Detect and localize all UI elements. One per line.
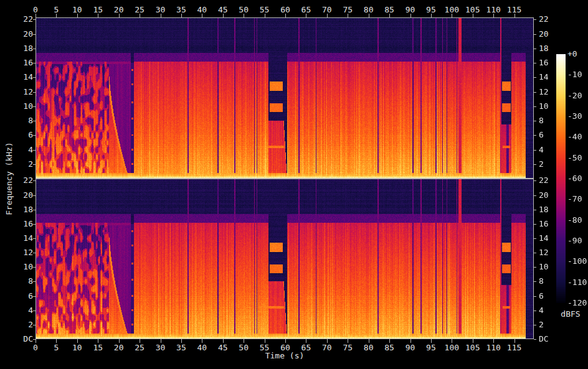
freq-tick-mark xyxy=(33,325,36,325)
freq-tick-mark xyxy=(534,135,536,136)
freq-tick-mark xyxy=(534,106,536,107)
x-axis-label: Time (s) xyxy=(265,351,305,360)
time-tick-mark xyxy=(98,339,98,343)
freq-tick-label: 22 xyxy=(539,176,564,184)
time-tick-mark xyxy=(389,14,390,17)
time-tick-mark xyxy=(119,14,120,17)
freq-tick-label: 4 xyxy=(539,306,564,314)
spectrogram-channel-1 xyxy=(36,17,534,179)
freq-tick-label: 10 xyxy=(11,102,33,110)
freq-tick-label: 4 xyxy=(11,306,33,314)
freq-tick-label: DC xyxy=(11,335,33,343)
freq-tick-mark xyxy=(534,195,536,196)
freq-tick-mark xyxy=(33,281,36,282)
freq-tick-mark xyxy=(534,92,536,93)
time-tick-mark xyxy=(369,339,369,343)
freq-tick-mark xyxy=(33,92,36,93)
freq-tick-label: 12 xyxy=(539,248,564,256)
freq-tick-label: 18 xyxy=(11,205,33,213)
time-tick-label: 115 xyxy=(502,343,527,352)
freq-tick-label: 18 xyxy=(539,44,564,52)
time-tick-mark xyxy=(285,14,286,17)
freq-tick-label: 2 xyxy=(539,160,564,168)
time-tick-mark xyxy=(98,14,98,17)
freq-tick-mark xyxy=(33,150,36,151)
freq-tick-label: 14 xyxy=(539,73,564,81)
time-tick-mark xyxy=(140,14,140,17)
freq-tick-mark xyxy=(33,267,36,268)
freq-tick-mark xyxy=(534,281,536,282)
freq-tick-mark xyxy=(33,77,36,78)
freq-tick-label: 10 xyxy=(539,102,564,110)
freq-tick-label: 22 xyxy=(539,15,564,23)
spectrogram-channel-2 xyxy=(36,179,534,339)
freq-tick-mark xyxy=(534,267,536,268)
freq-tick-label: 6 xyxy=(11,131,33,139)
freq-tick-mark xyxy=(33,296,36,297)
time-tick-mark xyxy=(36,339,36,343)
freq-tick-mark xyxy=(33,49,36,49)
freq-tick-label: 2 xyxy=(11,160,33,168)
freq-tick-label: 2 xyxy=(11,320,33,329)
freq-tick-mark xyxy=(534,339,536,340)
freq-tick-label: 6 xyxy=(539,292,564,300)
freq-tick-mark xyxy=(33,224,36,225)
freq-tick-label: 20 xyxy=(11,191,33,199)
time-tick-mark xyxy=(410,14,411,17)
time-tick-mark xyxy=(56,339,57,343)
freq-tick-mark xyxy=(534,210,536,210)
time-tick-mark xyxy=(493,14,494,17)
time-tick-mark xyxy=(369,14,369,17)
freq-tick-label: 14 xyxy=(11,234,33,242)
time-tick-mark xyxy=(389,339,390,343)
freq-tick-label: 18 xyxy=(539,205,564,213)
freq-tick-label: 16 xyxy=(539,58,564,67)
time-tick-mark xyxy=(473,14,473,17)
freq-tick-mark xyxy=(534,325,536,325)
time-tick-mark xyxy=(514,339,515,343)
time-tick-mark xyxy=(161,339,161,343)
time-tick-mark xyxy=(140,339,140,343)
freq-tick-label: 8 xyxy=(539,116,564,124)
freq-tick-mark xyxy=(534,19,536,20)
time-tick-mark xyxy=(431,14,432,17)
freq-tick-mark xyxy=(33,19,36,20)
freq-tick-label: 10 xyxy=(11,263,33,271)
freq-tick-mark xyxy=(534,150,536,151)
freq-tick-mark xyxy=(534,311,536,311)
spectrogram-figure: Frequency (kHz) Time (s) dBFS 0055101015… xyxy=(0,0,588,369)
time-tick-mark xyxy=(181,14,182,17)
time-tick-mark xyxy=(223,14,224,17)
time-tick-mark xyxy=(202,14,202,17)
freq-tick-label: 18 xyxy=(11,44,33,52)
time-tick-mark xyxy=(493,339,494,343)
freq-tick-mark xyxy=(534,49,536,49)
freq-tick-label: DC xyxy=(539,335,564,343)
freq-tick-mark xyxy=(33,195,36,196)
time-tick-mark xyxy=(265,339,265,343)
freq-tick-mark xyxy=(33,34,36,35)
freq-tick-mark xyxy=(33,135,36,136)
freq-tick-label: 6 xyxy=(539,131,564,139)
time-tick-mark xyxy=(56,14,57,17)
colorbar-tick-label: -70 xyxy=(567,195,582,203)
freq-tick-label: 6 xyxy=(11,292,33,300)
freq-tick-label: 8 xyxy=(11,116,33,124)
time-tick-mark xyxy=(202,339,202,343)
freq-tick-label: 8 xyxy=(539,277,564,285)
time-tick-mark xyxy=(306,339,306,343)
freq-tick-label: 14 xyxy=(539,234,564,242)
time-tick-mark xyxy=(452,339,452,343)
freq-tick-mark xyxy=(33,180,36,181)
freq-tick-mark xyxy=(534,164,536,165)
freq-tick-label: 20 xyxy=(539,30,564,38)
time-tick-mark xyxy=(119,339,120,343)
time-tick-mark xyxy=(327,14,328,17)
freq-tick-mark xyxy=(534,253,536,253)
freq-tick-mark xyxy=(534,238,536,239)
freq-tick-mark xyxy=(33,164,36,165)
colorbar-tick-label: -10 xyxy=(567,70,582,78)
freq-tick-mark xyxy=(33,210,36,210)
freq-tick-mark xyxy=(534,180,536,181)
colorbar-tick-label: -120 xyxy=(567,299,587,307)
